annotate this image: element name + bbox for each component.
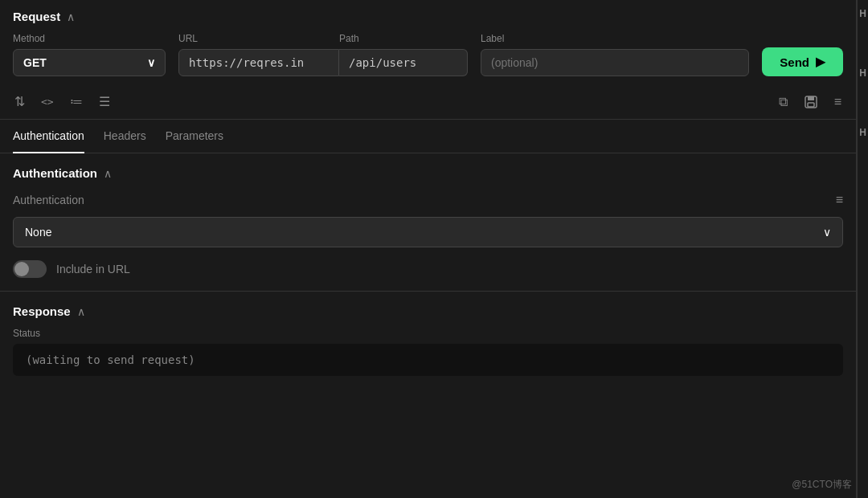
tab-headers[interactable]: Headers <box>104 120 146 153</box>
svg-rect-2 <box>808 103 814 107</box>
auth-type-value: None <box>25 226 51 239</box>
method-select[interactable]: GET ∨ <box>13 49 166 76</box>
code-icon[interactable]: <> <box>39 94 55 109</box>
method-chevron-icon: ∨ <box>147 56 155 69</box>
path-label: Path <box>339 33 359 44</box>
response-section: Response ∧ Status (waiting to send reque… <box>0 292 856 389</box>
save-icon[interactable] <box>802 93 820 111</box>
include-in-url-label: Include in URL <box>56 263 130 276</box>
watermark: @51CTO博客 <box>792 478 852 492</box>
copy-icon[interactable]: ⧉ <box>777 93 789 111</box>
auth-section-title: Authentication <box>13 166 97 180</box>
request-collapse-icon[interactable]: ∧ <box>67 10 75 23</box>
tab-parameters[interactable]: Parameters <box>166 120 223 153</box>
svg-rect-1 <box>808 96 814 100</box>
auth-type-select[interactable]: None ∨ <box>13 217 843 247</box>
sidebar-letter-2: H <box>859 67 866 79</box>
check-lines-icon[interactable]: ☰ <box>97 92 112 111</box>
tabs-bar: Authentication Headers Parameters <box>0 120 856 153</box>
tab-authentication[interactable]: Authentication <box>13 120 84 153</box>
include-in-url-toggle[interactable] <box>13 260 47 278</box>
auth-collapse-icon[interactable]: ∧ <box>104 167 112 180</box>
label-input[interactable] <box>481 49 749 76</box>
path-input[interactable] <box>339 49 468 76</box>
auth-menu-icon[interactable]: ≡ <box>836 193 843 207</box>
right-sidebar: H H H <box>857 0 868 498</box>
send-button[interactable]: Send ▶ <box>762 47 843 76</box>
authentication-section: Authentication ∧ Authentication ≡ None ∨… <box>0 153 856 292</box>
toggle-knob <box>14 262 29 276</box>
request-toolbar: ⇅ <> ≔ ☰ ⧉ ≡ <box>13 86 843 119</box>
sidebar-letter-1: H <box>859 8 866 19</box>
response-section-title: Response <box>13 304 71 318</box>
align-icon[interactable]: ≡ <box>833 93 843 111</box>
method-value: GET <box>23 56 47 69</box>
auth-field-label: Authentication <box>13 194 84 206</box>
status-label: Status <box>13 328 843 339</box>
add-lines-icon[interactable]: ≔ <box>68 92 84 111</box>
auth-select-chevron-icon: ∨ <box>823 226 831 239</box>
sidebar-letter-3: H <box>859 127 866 138</box>
url-label: URL <box>178 33 339 44</box>
url-input[interactable] <box>178 49 339 76</box>
send-label: Send <box>780 55 809 69</box>
request-section-title: Request <box>13 10 60 23</box>
status-value: (waiting to send request) <box>13 344 843 376</box>
label-field-label: Label <box>481 33 749 44</box>
send-arrow-icon: ▶ <box>816 55 825 69</box>
swap-icon[interactable]: ⇅ <box>13 92 27 111</box>
method-label: Method <box>13 33 166 44</box>
response-collapse-icon[interactable]: ∧ <box>77 305 85 318</box>
